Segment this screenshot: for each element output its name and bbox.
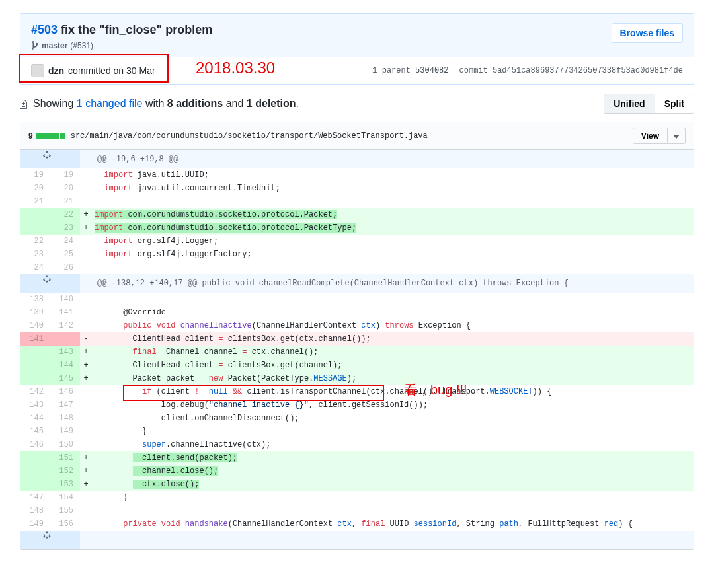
unfold-icon	[43, 531, 51, 540]
file-diff: 9 src/main/java/com/corundumstudio/socke…	[20, 122, 694, 550]
unfold-icon	[43, 150, 51, 159]
branch-icon	[31, 41, 39, 50]
split-button[interactable]: Split	[654, 94, 694, 113]
author-name[interactable]: dzn	[48, 65, 64, 76]
file-path[interactable]: src/main/java/com/corundumstudio/socketi…	[71, 131, 428, 141]
browse-files-button[interactable]: Browse files	[612, 23, 683, 43]
parent-info: 1 parent 5304082	[372, 66, 448, 75]
commit-header: #503 fix the "fin_close" problem master …	[20, 14, 694, 57]
diffstat: 9	[28, 131, 65, 141]
diff-content: @@ -19,6 +19,8 @@ 1919 import java.util.…	[20, 150, 694, 549]
annotation-date: 2018.03.30	[196, 59, 275, 77]
chevron-down-icon	[673, 135, 680, 139]
commit-box: #503 fix the "fin_close" problem master …	[20, 13, 694, 85]
diff-summary-bar: Showing 1 changed file with 8 additions …	[20, 94, 694, 114]
branch-name[interactable]: master	[42, 41, 67, 50]
view-file-button[interactable]: View	[633, 128, 668, 144]
commit-title: #503 fix the "fin_close" problem	[31, 23, 212, 37]
commit-meta: dzn committed on 30 Mar 2018.03.30 1 par…	[20, 57, 694, 84]
file-header: 9 src/main/java/com/corundumstudio/socke…	[20, 122, 694, 150]
diff-icon	[20, 98, 29, 109]
file-more-button[interactable]	[668, 128, 686, 144]
changed-files-link[interactable]: 1 changed file	[77, 98, 143, 109]
expand-hunk-button[interactable]	[20, 274, 80, 293]
expand-hunk-button[interactable]	[20, 531, 80, 549]
expand-hunk-button[interactable]	[20, 150, 80, 168]
commit-time: committed on 30 Mar	[68, 65, 155, 76]
annotation-bug-text: 看，bug !!!	[404, 381, 467, 399]
issue-link[interactable]: #503	[31, 23, 58, 36]
diff-view-toggle: Unified Split	[604, 94, 694, 114]
unfold-icon	[43, 274, 51, 283]
commit-hash-info: commit 5ad451ca896937773426507338f53ac0d…	[459, 66, 683, 75]
unified-button[interactable]: Unified	[604, 94, 654, 113]
branch-line: master (#531)	[31, 41, 212, 50]
parent-hash-link[interactable]: 5304082	[415, 66, 448, 75]
diff-summary-text: Showing 1 changed file with 8 additions …	[33, 98, 299, 110]
avatar[interactable]	[31, 64, 44, 77]
